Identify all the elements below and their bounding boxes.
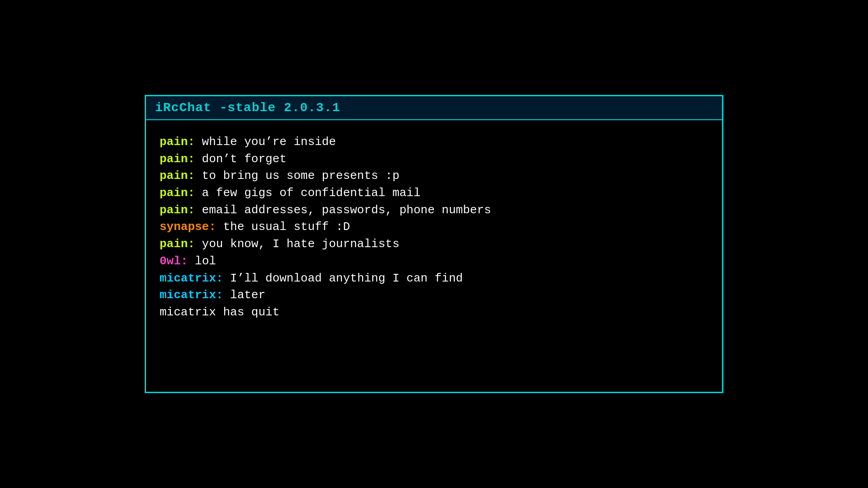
- chat-line: micatrix: later: [160, 287, 708, 304]
- nick-micatrix: micatrix:: [160, 288, 223, 302]
- nick-synapse: synapse:: [160, 220, 216, 234]
- nick-owl: 0wl:: [160, 254, 188, 268]
- message-text: later: [223, 288, 265, 302]
- nick-pain: pain:: [160, 203, 195, 217]
- chat-line: pain: email addresses, passwords, phone …: [160, 202, 708, 219]
- message-text: to bring us some presents :p: [195, 169, 399, 183]
- message-text: I’ll download anything I can find: [223, 272, 463, 285]
- chat-line: micatrix has quit: [160, 304, 708, 321]
- message-text: don’t forget: [195, 152, 287, 166]
- nick-micatrix: micatrix:: [160, 272, 223, 285]
- chat-line: micatrix: I’ll download anything I can f…: [160, 270, 708, 287]
- chat-line: pain: to bring us some presents :p: [160, 168, 708, 185]
- irc-window: iRcChat -stable 2.0.3.1 pain: while you’…: [145, 95, 723, 393]
- chat-line: pain: don’t forget: [160, 151, 708, 168]
- message-text: a few gigs of confidential mail: [195, 186, 420, 200]
- message-text: while you’re inside: [195, 135, 336, 149]
- chat-line: pain: you know, I hate journalists: [160, 236, 708, 253]
- message-text: email addresses, passwords, phone number…: [195, 203, 491, 217]
- chat-line: pain: a few gigs of confidential mail: [160, 185, 708, 202]
- message-text: you know, I hate journalists: [195, 237, 399, 251]
- chat-area: pain: while you’re insidepain: don’t for…: [146, 120, 722, 392]
- message-text: the usual stuff :D: [216, 220, 350, 234]
- chat-line: 0wl: lol: [160, 253, 708, 270]
- nick-pain: pain:: [160, 152, 195, 166]
- chat-line: synapse: the usual stuff :D: [160, 219, 708, 236]
- nick-pain: pain:: [160, 237, 195, 251]
- chat-line: pain: while you’re inside: [160, 134, 708, 151]
- nick-pain: pain:: [160, 169, 195, 183]
- title-bar: iRcChat -stable 2.0.3.1: [146, 96, 722, 120]
- message-text: lol: [188, 254, 216, 268]
- nick-pain: pain:: [160, 135, 195, 149]
- nick-pain: pain:: [160, 186, 195, 200]
- window-title: iRcChat -stable 2.0.3.1: [155, 101, 340, 115]
